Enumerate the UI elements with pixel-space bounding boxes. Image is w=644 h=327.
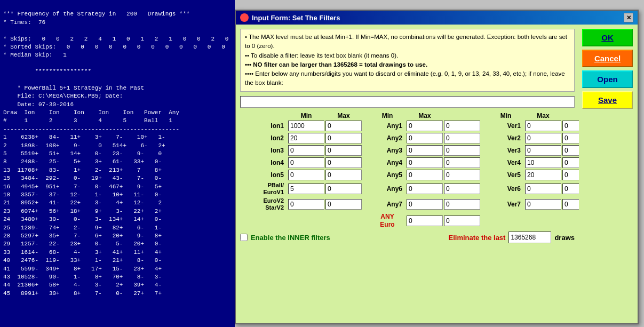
ver6-min-input[interactable] bbox=[525, 184, 561, 194]
filter-dialog: Input Form: Set The Filters ✕ • The MAX … bbox=[235, 10, 639, 324]
ver1-max-input[interactable] bbox=[562, 121, 579, 131]
info-line1: • The MAX level must be at least Min+1. … bbox=[245, 33, 570, 51]
ver7-max-input[interactable] bbox=[562, 199, 579, 210]
ver2-max-input[interactable] bbox=[562, 133, 579, 143]
any7-min-input[interactable] bbox=[407, 199, 443, 210]
dialog-icon bbox=[240, 13, 249, 22]
any-euro-min-input[interactable] bbox=[407, 216, 443, 226]
terminal-line6: * Median Skip: 1 bbox=[3, 52, 67, 58]
any4-min-input[interactable] bbox=[407, 157, 443, 168]
ver5-max-input[interactable] bbox=[562, 170, 579, 180]
dialog-right-panel: OK Cancel Open Save bbox=[579, 25, 638, 323]
any2-max-input[interactable] bbox=[444, 133, 480, 143]
col-header-max2: Max bbox=[407, 112, 443, 119]
draws-label: draws bbox=[554, 234, 575, 242]
save-button[interactable]: Save bbox=[582, 91, 633, 109]
any5-label: Any5 bbox=[369, 171, 406, 179]
terminal-line2: * Times: 76 bbox=[3, 19, 45, 26]
ver6-max-input[interactable] bbox=[562, 184, 579, 194]
pball-min-input[interactable] bbox=[288, 184, 324, 194]
any2-label: Any2 bbox=[369, 134, 406, 142]
ver3-min-input[interactable] bbox=[525, 145, 561, 156]
eliminate-input[interactable] bbox=[508, 232, 551, 243]
discard-input[interactable] bbox=[240, 96, 575, 108]
terminal-line4: * Skips: 0 0 2 2 4 1 0 1 2 1 0 0 2 0 bbox=[3, 36, 228, 42]
any2-min-input[interactable] bbox=[407, 133, 443, 143]
any-euro-label: ANYEuro bbox=[369, 213, 406, 228]
ver2-label: Ver2 bbox=[488, 134, 524, 142]
ion2-max-input[interactable] bbox=[325, 133, 362, 143]
any5-max-input[interactable] bbox=[444, 170, 480, 180]
ok-button[interactable]: OK bbox=[582, 29, 633, 46]
ver4-min-input[interactable] bbox=[525, 157, 561, 168]
terminal-line10: * PowerBall 5+1 Strategy in the Past bbox=[3, 85, 144, 91]
col-header-max3: Max bbox=[525, 112, 561, 119]
dialog-left-panel: • The MAX level must be at least Min+1. … bbox=[236, 25, 579, 323]
any4-max-input[interactable] bbox=[444, 157, 480, 168]
ion1-label: Ion1 bbox=[240, 122, 287, 130]
any1-max-input[interactable] bbox=[444, 121, 480, 131]
ver3-label: Ver3 bbox=[488, 147, 524, 154]
any7-label: Any7 bbox=[369, 201, 406, 208]
ver1-min-input[interactable] bbox=[525, 121, 561, 131]
ion1-max-input[interactable] bbox=[325, 121, 362, 131]
any-euro-max-input[interactable] bbox=[444, 216, 480, 226]
col-header-max1: Max bbox=[325, 112, 362, 119]
ion4-label: Ion4 bbox=[240, 159, 287, 166]
terminal-line1: *** Frequency of the Strategy in 200 Dra… bbox=[3, 11, 190, 17]
pball-max-input[interactable] bbox=[325, 184, 362, 194]
open-button[interactable]: Open bbox=[582, 70, 633, 88]
ver5-min-input[interactable] bbox=[525, 170, 561, 180]
dialog-body: • The MAX level must be at least Min+1. … bbox=[236, 25, 638, 323]
ver5-label: Ver5 bbox=[488, 171, 524, 179]
any1-min-input[interactable] bbox=[407, 121, 443, 131]
close-button[interactable]: ✕ bbox=[624, 13, 633, 22]
any3-label: Any3 bbox=[369, 147, 406, 154]
info-line2: •• To disable a filter: leave its text b… bbox=[245, 51, 570, 60]
terminal-line11: File: C:\MEGA\CHECK.PB5; Date: bbox=[3, 93, 123, 99]
ver1-label: Ver1 bbox=[488, 122, 524, 130]
ion1-min-input[interactable] bbox=[288, 121, 324, 131]
ver7-label: Ver7 bbox=[488, 201, 524, 208]
col-header-min1: Min bbox=[288, 112, 324, 119]
terminal-line12: Date: 07-30-2016 bbox=[3, 101, 74, 108]
ion3-label: Ion3 bbox=[240, 147, 287, 154]
ion5-max-input[interactable] bbox=[325, 170, 362, 180]
ion3-max-input[interactable] bbox=[325, 145, 362, 156]
pball-label: PBall/EuroV1 bbox=[240, 182, 287, 196]
ion2-min-input[interactable] bbox=[288, 133, 324, 143]
enable-inner-label: Enable the INNER filters bbox=[251, 234, 330, 242]
any7-max-input[interactable] bbox=[444, 199, 480, 210]
ion4-max-input[interactable] bbox=[325, 157, 362, 168]
any5-min-input[interactable] bbox=[407, 170, 443, 180]
eurov2-min-input[interactable] bbox=[288, 199, 324, 210]
terminal-line8: **************** bbox=[3, 68, 91, 75]
ion4-min-input[interactable] bbox=[288, 157, 324, 168]
enable-inner-row: Enable the INNER filters bbox=[240, 234, 330, 242]
any3-min-input[interactable] bbox=[407, 145, 443, 156]
ver4-label: Ver4 bbox=[488, 159, 524, 166]
ver4-max-input[interactable] bbox=[562, 157, 579, 168]
terminal-line5: * Sorted Skips: 0 0 0 0 0 0 0 0 0 0 0 0 bbox=[3, 44, 225, 50]
col-header-min3: Min bbox=[488, 112, 524, 119]
any6-min-input[interactable] bbox=[407, 184, 443, 194]
cancel-button[interactable]: Cancel bbox=[582, 50, 633, 67]
eurov2-label: EuroV2StarV2 bbox=[240, 197, 287, 211]
any4-label: Any4 bbox=[369, 159, 406, 166]
terminal-background: *** Frequency of the Strategy in 200 Dra… bbox=[0, 0, 235, 327]
any6-max-input[interactable] bbox=[444, 184, 480, 194]
ion3-min-input[interactable] bbox=[288, 145, 324, 156]
ion5-min-input[interactable] bbox=[288, 170, 324, 180]
eurov2-max-input[interactable] bbox=[325, 199, 362, 210]
ver7-min-input[interactable] bbox=[525, 199, 561, 210]
ver3-max-input[interactable] bbox=[562, 145, 579, 156]
enable-inner-checkbox[interactable] bbox=[240, 234, 248, 241]
info-line3: ••• NO filter can be larger than 1365268… bbox=[245, 60, 570, 69]
any3-max-input[interactable] bbox=[444, 145, 480, 156]
eliminate-row: Eliminate the last draws bbox=[449, 232, 575, 243]
ion5-label: Ion5 bbox=[240, 171, 287, 179]
any1-label: Any1 bbox=[369, 122, 406, 130]
ver2-min-input[interactable] bbox=[525, 133, 561, 143]
dialog-title: Input Form: Set The Filters bbox=[240, 13, 340, 22]
discard-row bbox=[240, 96, 575, 108]
